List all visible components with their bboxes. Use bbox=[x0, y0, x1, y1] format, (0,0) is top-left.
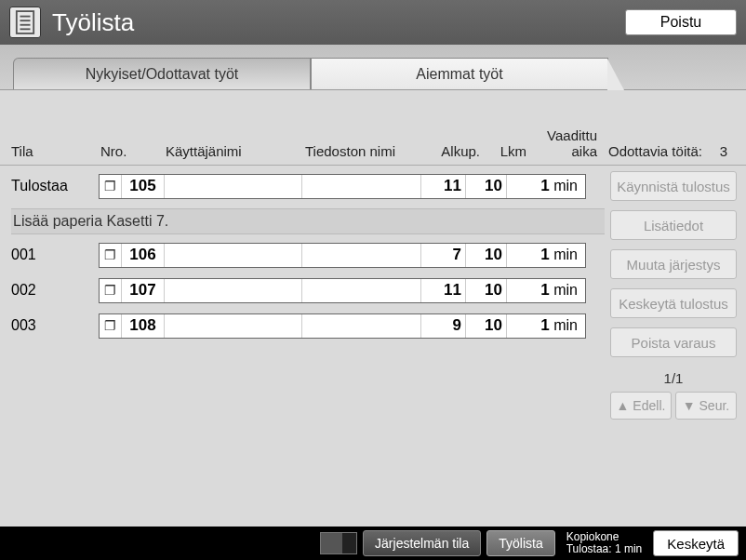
job-user bbox=[165, 244, 302, 267]
message-bar: Lisää paperia Kasetti 7. bbox=[11, 208, 605, 234]
prev-page-button[interactable]: ▲ Edell. bbox=[610, 392, 672, 420]
job-row[interactable]: ❐ 105 11 10 1 min bbox=[99, 174, 586, 199]
side-button-column: Käynnistä tulostus Lisätiedot Muuta järj… bbox=[605, 166, 746, 420]
footer-status-line2: Tulostaa: 1 min bbox=[566, 543, 643, 555]
job-count: 10 bbox=[466, 244, 507, 267]
job-row[interactable]: ❐1067101 min bbox=[99, 243, 586, 268]
titlebar: Työlista Poistu bbox=[0, 0, 746, 45]
job-nro: 108 bbox=[122, 314, 165, 338]
job-user bbox=[165, 175, 302, 198]
job-row[interactable]: ❐1089101 min bbox=[99, 313, 586, 339]
col-status: Tila bbox=[11, 143, 100, 159]
copy-icon: ❐ bbox=[100, 314, 122, 338]
joblist-button[interactable]: Työlista bbox=[486, 530, 554, 556]
column-headers: Tila Nro. Käyttäjänimi Tiedoston nimi Al… bbox=[0, 90, 746, 166]
queue-row: 003❐1089101 min bbox=[11, 311, 605, 340]
copy-icon: ❐ bbox=[100, 279, 122, 302]
waiting-header: Odottavia töitä: 3 bbox=[603, 143, 735, 159]
queue-row: 001❐1067101 min bbox=[11, 240, 605, 270]
job-orig: 9 bbox=[421, 314, 466, 338]
job-user bbox=[165, 314, 302, 338]
col-nro: Nro. bbox=[100, 143, 166, 159]
toner-icon bbox=[320, 532, 357, 554]
copy-icon: ❐ bbox=[100, 175, 122, 198]
system-status-button[interactable]: Järjestelmän tila bbox=[363, 530, 481, 556]
pause-print-button[interactable]: Keskeytä tulostus bbox=[610, 288, 737, 318]
job-time: 1 min bbox=[507, 246, 585, 264]
joblist-icon bbox=[9, 7, 41, 38]
waiting-label: Odottavia töitä: bbox=[608, 143, 702, 159]
job-file bbox=[302, 175, 421, 198]
job-file bbox=[302, 314, 421, 338]
job-user bbox=[165, 279, 302, 302]
job-count: 10 bbox=[466, 175, 507, 198]
details-button[interactable]: Lisätiedot bbox=[610, 210, 737, 240]
col-time: Vaadittu aika bbox=[526, 127, 603, 159]
job-list: Tulostaa ❐ 105 11 10 1 min Lisää paperia… bbox=[0, 166, 605, 420]
job-nro: 105 bbox=[122, 175, 165, 198]
reorder-button[interactable]: Muuta järjestys bbox=[610, 249, 737, 279]
queue-row: 002❐10711101 min bbox=[11, 275, 605, 305]
job-file bbox=[302, 279, 421, 302]
tab-row: Nykyiset/Odottavat työt Aiemmat työt bbox=[0, 45, 746, 90]
col-user: Käyttäjänimi bbox=[166, 143, 305, 159]
tab-current-jobs[interactable]: Nykyiset/Odottavat työt bbox=[13, 58, 311, 89]
job-orig: 7 bbox=[421, 244, 466, 267]
footer: Järjestelmän tila Työlista Kopiokone Tul… bbox=[0, 527, 746, 560]
queue-status: 001 bbox=[11, 247, 99, 263]
queue-status: 003 bbox=[11, 317, 99, 334]
job-nro: 107 bbox=[122, 279, 165, 302]
job-time: 1 min bbox=[507, 316, 585, 335]
delete-reservation-button[interactable]: Poista varaus bbox=[610, 327, 737, 357]
waiting-count: 3 bbox=[720, 143, 735, 159]
job-file bbox=[302, 244, 421, 267]
col-count: Lkm bbox=[480, 143, 526, 159]
job-orig: 11 bbox=[421, 175, 466, 198]
interrupt-button[interactable]: Keskeytä bbox=[653, 530, 739, 556]
pager-position: 1/1 bbox=[610, 370, 737, 386]
tab-past-jobs[interactable]: Aiemmat työt bbox=[311, 58, 608, 89]
copy-icon: ❐ bbox=[100, 244, 122, 267]
next-page-button[interactable]: ▼ Seur. bbox=[675, 392, 737, 420]
queue-status: 002 bbox=[11, 282, 99, 299]
exit-button[interactable]: Poistu bbox=[625, 9, 737, 35]
job-count: 10 bbox=[466, 314, 507, 338]
job-orig: 11 bbox=[421, 279, 466, 302]
job-row[interactable]: ❐10711101 min bbox=[99, 278, 586, 303]
page-title: Työlista bbox=[52, 8, 625, 37]
status-printing: Tulostaa bbox=[11, 178, 99, 194]
svg-rect-0 bbox=[17, 11, 33, 33]
job-nro: 106 bbox=[122, 244, 165, 267]
col-orig: Alkup. bbox=[424, 143, 480, 159]
job-time: 1 min bbox=[507, 281, 585, 300]
start-print-button[interactable]: Käynnistä tulostus bbox=[610, 171, 737, 201]
col-file: Tiedoston nimi bbox=[305, 143, 424, 159]
content-area: Tila Nro. Käyttäjänimi Tiedoston nimi Al… bbox=[0, 90, 746, 555]
job-count: 10 bbox=[466, 279, 507, 302]
job-time: 1 min bbox=[507, 177, 585, 195]
footer-status: Kopiokone Tulostaa: 1 min bbox=[561, 531, 648, 555]
printing-row: Tulostaa ❐ 105 11 10 1 min bbox=[11, 171, 605, 201]
